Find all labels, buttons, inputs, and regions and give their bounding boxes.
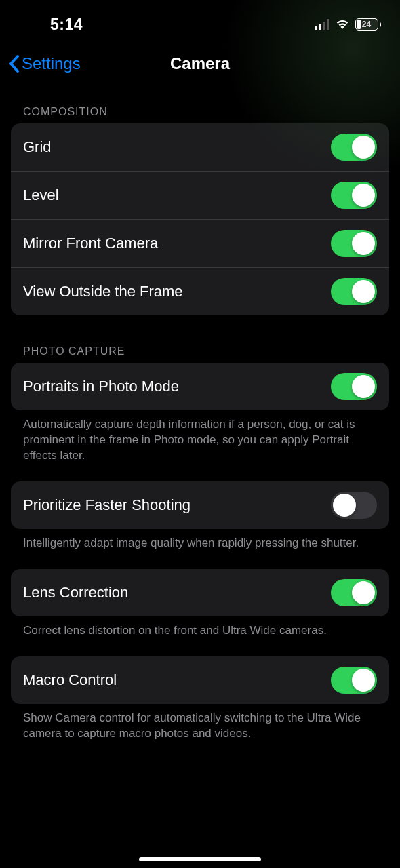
toggle-view-outside-frame[interactable]	[331, 278, 377, 305]
toggle-level[interactable]	[331, 182, 377, 209]
row-label: Macro Control	[23, 671, 117, 689]
status-indicators: 24	[315, 18, 382, 31]
row-mirror-front-camera: Mirror Front Camera	[11, 219, 389, 267]
row-label: Level	[23, 186, 59, 204]
nav-bar: Settings Camera	[0, 42, 400, 90]
footer-portraits: Automatically capture depth information …	[11, 410, 389, 464]
toggle-grid[interactable]	[331, 134, 377, 161]
cellular-signal-icon	[315, 19, 329, 30]
row-label: Prioritize Faster Shooting	[23, 496, 191, 514]
row-portraits-photo-mode: Portraits in Photo Mode	[11, 363, 389, 410]
row-label: Grid	[23, 138, 52, 156]
toggle-lens-correction[interactable]	[331, 579, 377, 606]
status-time: 5:14	[50, 16, 83, 34]
row-label: Portraits in Photo Mode	[23, 378, 179, 395]
row-prioritize-faster-shooting: Prioritize Faster Shooting	[11, 481, 389, 529]
page-title: Camera	[170, 54, 230, 73]
macro-group: Macro Control	[11, 656, 389, 704]
status-bar: 5:14 24	[0, 0, 400, 42]
row-label: Mirror Front Camera	[23, 235, 158, 252]
toggle-prioritize-faster-shooting[interactable]	[331, 492, 377, 519]
footer-macro: Show Camera control for automatically sw…	[11, 704, 389, 742]
back-button[interactable]: Settings	[8, 54, 81, 73]
content-scroll[interactable]: Composition Grid Level Mirror Front Came…	[0, 90, 400, 742]
prioritize-group: Prioritize Faster Shooting	[11, 481, 389, 529]
row-lens-correction: Lens Correction	[11, 569, 389, 616]
battery-percentage: 24	[362, 20, 371, 29]
row-grid: Grid	[11, 123, 389, 171]
portraits-group: Portraits in Photo Mode	[11, 363, 389, 410]
back-label: Settings	[22, 54, 81, 73]
row-label: Lens Correction	[23, 584, 128, 601]
composition-group: Grid Level Mirror Front Camera View Outs…	[11, 123, 389, 315]
chevron-left-icon	[8, 54, 20, 73]
home-indicator[interactable]	[139, 857, 261, 861]
footer-prioritize: Intelligently adapt image quality when r…	[11, 529, 389, 551]
toggle-portraits-photo-mode[interactable]	[331, 373, 377, 400]
toggle-macro-control[interactable]	[331, 667, 377, 694]
toggle-mirror-front-camera[interactable]	[331, 230, 377, 257]
section-header-composition: Composition	[11, 90, 389, 123]
battery-icon: 24	[355, 18, 382, 31]
lens-group: Lens Correction	[11, 569, 389, 616]
row-view-outside-frame: View Outside the Frame	[11, 267, 389, 315]
footer-lens: Correct lens distortion on the front and…	[11, 616, 389, 639]
row-label: View Outside the Frame	[23, 283, 183, 300]
row-level: Level	[11, 171, 389, 219]
section-header-photo-capture: Photo Capture	[11, 315, 389, 363]
row-macro-control: Macro Control	[11, 656, 389, 704]
wifi-icon	[335, 19, 350, 30]
